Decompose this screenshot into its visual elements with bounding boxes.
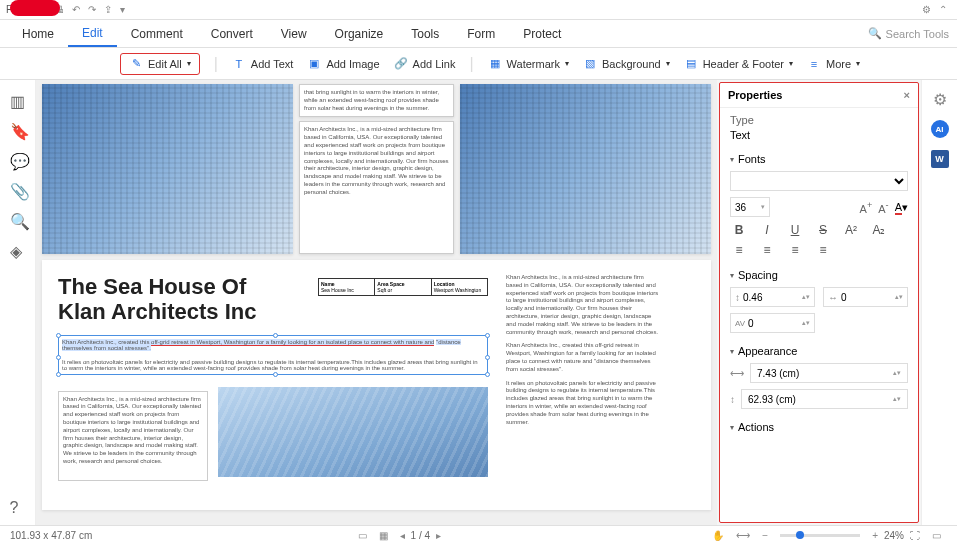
add-image-button[interactable]: ▣Add Image <box>307 57 379 71</box>
align-left-icon[interactable]: ≡ <box>730 243 748 257</box>
text-block: Khan Architects Inc., is a mid-sized arc… <box>299 121 454 254</box>
selected-text-block[interactable]: Khan Architects Inc., created this off-g… <box>58 335 488 375</box>
document-canvas[interactable]: that bring sunlight in to warm the inter… <box>36 80 717 525</box>
word-icon[interactable]: W <box>931 150 949 168</box>
zoom-out-icon[interactable]: − <box>762 530 768 541</box>
spacing-section[interactable]: Spacing <box>730 269 908 281</box>
strike-icon[interactable]: S <box>814 223 832 237</box>
read-mode-icon[interactable]: ▭ <box>932 530 941 541</box>
char-spacing-input[interactable]: AV0▴▾ <box>730 313 815 333</box>
fullscreen-icon[interactable]: ⛶ <box>910 530 920 541</box>
image-building-3 <box>218 387 488 477</box>
add-link-button[interactable]: 🔗Add Link <box>394 57 456 71</box>
kerning-icon: AV <box>735 319 745 328</box>
search-placeholder: Search Tools <box>886 28 949 40</box>
chevron-down-icon: ▾ <box>187 59 191 68</box>
settings-icon[interactable]: ⚙ <box>922 4 931 15</box>
search-tools[interactable]: 🔍 Search Tools <box>868 27 949 40</box>
search-pane-icon[interactable]: 🔍 <box>10 212 26 228</box>
font-family-select[interactable] <box>730 171 908 191</box>
tracking-input[interactable]: ↔0▴▾ <box>823 287 908 307</box>
edit-all-button[interactable]: ✎Edit All ▾ <box>120 53 200 75</box>
type-value: Text <box>730 129 908 141</box>
height-input[interactable]: 62.93 (cm)▴▾ <box>741 389 908 409</box>
underline-icon[interactable]: U <box>786 223 804 237</box>
add-text-button[interactable]: TAdd Text <box>232 57 294 71</box>
more-icon[interactable]: ▾ <box>120 4 125 15</box>
tab-home[interactable]: Home <box>8 20 68 47</box>
align-justify-icon[interactable]: ≡ <box>814 243 832 257</box>
font-size-input[interactable]: 36▾ <box>730 197 770 217</box>
tracking-icon: ↔ <box>828 292 838 303</box>
ai-badge-icon[interactable]: AI <box>931 120 949 138</box>
tab-tools[interactable]: Tools <box>397 20 453 47</box>
more-button[interactable]: ≡More ▾ <box>807 57 860 71</box>
appearance-section[interactable]: Appearance <box>730 345 908 357</box>
watermark-button[interactable]: ▦Watermark ▾ <box>488 57 569 71</box>
tab-convert[interactable]: Convert <box>197 20 267 47</box>
tab-edit[interactable]: Edit <box>68 20 117 47</box>
undo-icon[interactable]: ↶ <box>72 4 80 15</box>
tab-view[interactable]: View <box>267 20 321 47</box>
width-input[interactable]: 7.43 (cm)▴▾ <box>750 363 908 383</box>
attachment-icon[interactable]: 📎 <box>10 182 26 198</box>
page-indicator[interactable]: 1 / 4 <box>411 530 430 541</box>
fit-width-icon[interactable]: ⟷ <box>736 530 750 541</box>
share-icon[interactable]: ⇪ <box>104 4 112 15</box>
tab-form[interactable]: Form <box>453 20 509 47</box>
properties-panel: Properties× Type Text Fonts 36▾ A+ A- A▾… <box>719 82 919 523</box>
superscript-icon[interactable]: A² <box>842 223 860 237</box>
label: More <box>826 58 851 70</box>
zoom-in-icon[interactable]: + <box>872 530 878 541</box>
view-single-icon[interactable]: ▭ <box>358 530 367 541</box>
line-height-icon: ↕ <box>735 292 740 303</box>
redo-icon[interactable]: ↷ <box>88 4 96 15</box>
next-page-icon[interactable]: ▸ <box>436 530 441 541</box>
edit-toolbar: ✎Edit All ▾ | TAdd Text ▣Add Image 🔗Add … <box>0 48 957 80</box>
italic-icon[interactable]: I <box>758 223 776 237</box>
close-icon[interactable]: × <box>904 89 910 101</box>
tab-protect[interactable]: Protect <box>509 20 575 47</box>
help-icon[interactable]: ? <box>10 499 26 515</box>
decrease-size-icon[interactable]: A- <box>878 200 888 215</box>
increase-size-icon[interactable]: A+ <box>860 200 873 215</box>
subscript-icon[interactable]: A₂ <box>870 223 888 237</box>
hand-tool-icon[interactable]: ✋ <box>712 530 724 541</box>
type-label: Type <box>730 114 908 126</box>
zoom-slider[interactable] <box>780 534 860 537</box>
text-icon: T <box>232 57 246 71</box>
chevron-up-icon[interactable]: ⌃ <box>939 4 947 15</box>
page-title: The Sea House OfKlan Architects Inc <box>58 274 308 325</box>
label: Header & Footer <box>703 58 784 70</box>
layers-icon[interactable]: ◈ <box>10 242 26 258</box>
zoom-value[interactable]: 24% <box>884 530 904 541</box>
panel-title: Properties <box>728 89 782 101</box>
actions-section[interactable]: Actions <box>730 421 908 433</box>
text-column: Khan Architects Inc., is a mid-sized arc… <box>506 274 661 336</box>
thumbnails-icon[interactable]: ▥ <box>10 92 26 108</box>
background-button[interactable]: ▧Background ▾ <box>583 57 670 71</box>
header-footer-icon: ▤ <box>684 57 698 71</box>
right-rail: ⚙ AI W <box>921 80 957 525</box>
paragraph-text: It relies on photovoltaic panels for ele… <box>62 359 484 371</box>
align-center-icon[interactable]: ≡ <box>758 243 776 257</box>
label: Add Link <box>413 58 456 70</box>
text-column: It relies on photovoltaic panels for ele… <box>506 380 661 427</box>
prev-page-icon[interactable]: ◂ <box>400 530 405 541</box>
tab-organize[interactable]: Organize <box>321 20 398 47</box>
bold-icon[interactable]: B <box>730 223 748 237</box>
header-footer-button[interactable]: ▤Header & Footer ▾ <box>684 57 793 71</box>
image-icon: ▣ <box>307 57 321 71</box>
status-bar: 101.93 x 47.87 cm ▭ ▦ ◂ 1 / 4 ▸ ✋ ⟷ − + … <box>0 525 957 545</box>
fonts-section[interactable]: Fonts <box>730 153 908 165</box>
bookmark-icon[interactable]: 🔖 <box>10 122 26 138</box>
comment-pane-icon[interactable]: 💬 <box>10 152 26 168</box>
view-continuous-icon[interactable]: ▦ <box>379 530 388 541</box>
settings-icon[interactable]: ⚙ <box>931 90 949 108</box>
align-right-icon[interactable]: ≡ <box>786 243 804 257</box>
label: Background <box>602 58 661 70</box>
tab-comment[interactable]: Comment <box>117 20 197 47</box>
line-height-input[interactable]: ↕0.46▴▾ <box>730 287 815 307</box>
font-color-icon[interactable]: A▾ <box>895 201 908 214</box>
height-icon: ↕ <box>730 394 735 405</box>
